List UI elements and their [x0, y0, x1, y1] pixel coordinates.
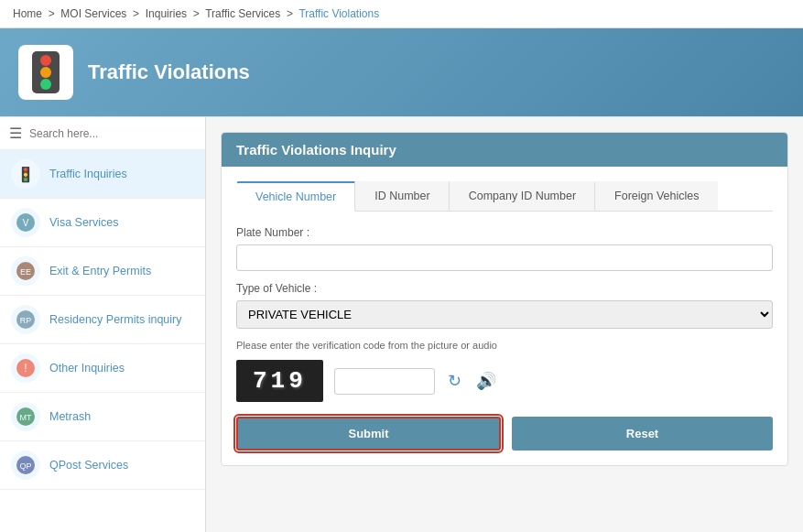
breadcrumb-inquiries[interactable]: Inquiries	[146, 7, 187, 20]
tab-id-number[interactable]: ID Number	[355, 181, 449, 211]
sidebar-icon-residency: RP	[11, 305, 40, 334]
captcha-row: 719 ↻ 🔊	[236, 360, 773, 402]
sidebar-icon-qpost: QP	[11, 451, 40, 480]
breadcrumb-current: Traffic Violations	[298, 7, 379, 20]
page-title: Traffic Violations	[88, 60, 250, 84]
breadcrumb-moi[interactable]: MOI Services	[60, 7, 126, 20]
captcha-help-text: Please enter the verification code from …	[236, 340, 773, 351]
sidebar-item-residency[interactable]: RP Residency Permits inquiry	[0, 296, 205, 344]
svg-text:MT: MT	[20, 413, 32, 422]
search-input[interactable]	[29, 127, 196, 140]
main-layout: ☰ 🚦 Traffic Inquiries V Visa Services EE…	[0, 117, 803, 532]
content-area: Traffic Violations Inquiry Vehicle Numbe…	[206, 117, 803, 532]
breadcrumb: Home > MOI Services > Inquiries > Traffi…	[0, 0, 803, 28]
sidebar-item-metrash[interactable]: MT Metrash	[0, 393, 205, 441]
svg-point-2	[40, 67, 51, 78]
breadcrumb-home[interactable]: Home	[13, 7, 42, 20]
submit-button[interactable]: Submit	[236, 417, 501, 451]
reset-button[interactable]: Reset	[512, 417, 773, 451]
form-tabs: Vehicle Number ID Number Company ID Numb…	[236, 181, 773, 212]
sidebar-icon-metrash: MT	[11, 402, 40, 431]
sidebar-icon-exit: EE	[11, 256, 40, 286]
page-header: Traffic Violations	[0, 28, 803, 117]
svg-point-1	[40, 55, 51, 66]
captcha-input[interactable]	[334, 368, 435, 395]
sidebar: ☰ 🚦 Traffic Inquiries V Visa Services EE…	[0, 117, 206, 532]
plate-number-input[interactable]	[236, 244, 773, 271]
vehicle-type-select[interactable]: PRIVATE VEHICLE PUBLIC VEHICLE COMMERCIA…	[236, 300, 773, 329]
captcha-image: 719	[236, 360, 323, 402]
vehicle-type-label: Type of Vehicle :	[236, 282, 773, 295]
form-title: Traffic Violations Inquiry	[222, 133, 787, 167]
svg-text:EE: EE	[20, 267, 31, 277]
sidebar-icon-visa: V	[11, 208, 40, 237]
form-card: Traffic Violations Inquiry Vehicle Numbe…	[221, 132, 788, 466]
svg-text:V: V	[23, 218, 29, 228]
sidebar-search-bar: ☰	[0, 117, 205, 150]
sidebar-label-traffic: Traffic Inquiries	[49, 168, 127, 180]
sidebar-label-metrash: Metrash	[49, 410, 91, 423]
sidebar-label-qpost: QPost Services	[49, 459, 128, 472]
plate-number-label: Plate Number :	[236, 226, 773, 239]
tab-foreign-vehicles[interactable]: Foreign Vehicles	[595, 181, 717, 211]
traffic-light-icon	[18, 45, 73, 100]
svg-text:QP: QP	[19, 461, 31, 471]
form-body: Vehicle Number ID Number Company ID Numb…	[222, 167, 787, 465]
svg-point-3	[40, 79, 51, 90]
captcha-audio-button[interactable]: 🔊	[474, 369, 498, 393]
sidebar-item-other[interactable]: ! Other Inquiries	[0, 344, 205, 393]
svg-text:!: !	[24, 362, 27, 375]
sidebar-item-traffic[interactable]: 🚦 Traffic Inquiries	[0, 150, 205, 199]
svg-text:RP: RP	[20, 316, 32, 325]
sidebar-label-exit: Exit & Entry Permits	[49, 265, 151, 277]
hamburger-icon[interactable]: ☰	[9, 125, 22, 142]
sidebar-label-residency: Residency Permits inquiry	[49, 313, 182, 326]
sidebar-icon-other: !	[11, 353, 40, 383]
sidebar-item-qpost[interactable]: QP QPost Services	[0, 441, 205, 490]
tab-company-id[interactable]: Company ID Number	[450, 181, 595, 211]
action-row: Submit Reset	[236, 417, 773, 451]
sidebar-label-visa: Visa Services	[49, 216, 119, 229]
sidebar-label-other: Other Inquiries	[49, 362, 125, 375]
captcha-refresh-button[interactable]: ↻	[446, 369, 463, 393]
sidebar-icon-traffic: 🚦	[11, 159, 40, 189]
tab-vehicle-number[interactable]: Vehicle Number	[236, 181, 355, 212]
sidebar-item-exit-entry[interactable]: EE Exit & Entry Permits	[0, 247, 205, 296]
sidebar-item-visa[interactable]: V Visa Services	[0, 199, 205, 247]
breadcrumb-traffic-services[interactable]: Traffic Services	[205, 7, 280, 20]
